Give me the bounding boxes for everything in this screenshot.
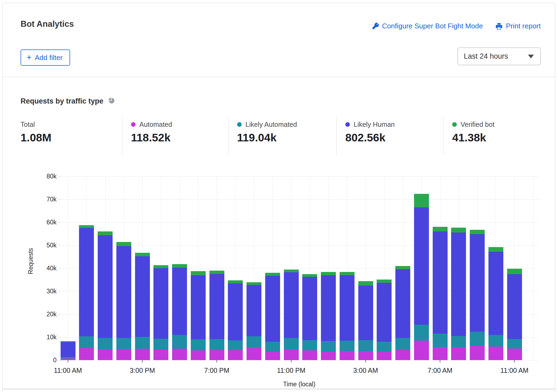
bar-segment-verified-bot xyxy=(247,282,261,285)
stacked-bar[interactable] xyxy=(340,272,355,360)
stacked-bar[interactable] xyxy=(135,253,150,360)
bar-segment-automated xyxy=(377,352,392,360)
stacked-bar[interactable] xyxy=(395,266,410,360)
stacked-bar[interactable] xyxy=(265,273,280,360)
stacked-bar[interactable] xyxy=(247,282,261,360)
legend-dot-icon xyxy=(237,122,242,127)
y-tick-label: 20k xyxy=(2,310,57,318)
bar-segment-likely-human xyxy=(488,252,503,335)
x-tick-label: 11:00 PM xyxy=(267,366,316,375)
configure-super-bot-fight-mode-link[interactable]: Configure Super Bot Fight Mode xyxy=(372,22,483,30)
y-tick-mark xyxy=(58,199,60,200)
bar-segment-likely-human xyxy=(433,231,448,334)
x-gridline xyxy=(533,176,533,360)
section-heading: Requests by traffic type xyxy=(21,97,115,105)
x-tick-mark xyxy=(514,360,515,363)
bot-analytics-card: Bot Analytics Configure Super Bot Fight … xyxy=(2,3,555,392)
stat-value: 119.04k xyxy=(237,131,336,144)
bar-segment-likely-human xyxy=(358,285,373,340)
stacked-bar[interactable] xyxy=(153,265,168,360)
bar-segment-automated xyxy=(153,350,168,360)
stat-value: 802.56k xyxy=(345,131,443,144)
stacked-bar[interactable] xyxy=(358,281,373,360)
add-filter-button[interactable]: + Add filter xyxy=(21,49,70,66)
y-tick-label: 70k xyxy=(2,195,57,203)
stacked-bar[interactable] xyxy=(470,230,485,360)
y-tick-label: 80k xyxy=(2,172,57,180)
section-title: Requests by traffic type xyxy=(21,97,103,105)
bar-segment-likely-human xyxy=(507,274,522,339)
bar-segment-likely-human xyxy=(247,285,261,336)
stat-verified-bot: Verified bot41.38k xyxy=(443,117,544,155)
bar-segment-likely-automated xyxy=(228,340,243,350)
stacked-bar[interactable] xyxy=(377,280,392,360)
stacked-bar[interactable] xyxy=(321,272,336,360)
bar-segment-verified-bot xyxy=(191,271,206,275)
stat-total: Total1.08M xyxy=(21,117,122,155)
stacked-bar[interactable] xyxy=(488,247,503,360)
bar-segment-likely-human xyxy=(153,268,168,339)
y-gridline xyxy=(60,245,538,245)
y-gridline xyxy=(60,199,538,200)
bar-segment-verified-bot xyxy=(228,280,243,283)
bar-segment-automated xyxy=(507,348,522,360)
bar-segment-likely-automated xyxy=(247,336,261,348)
bar-segment-automated xyxy=(451,347,466,360)
bar-segment-likely-human xyxy=(284,272,299,338)
bar-segment-likely-human xyxy=(321,275,336,341)
x-tick-label: 11:00 AM xyxy=(44,366,92,375)
time-range-select[interactable]: Last 24 hours xyxy=(458,48,541,65)
bar-segment-likely-automated xyxy=(98,338,113,349)
y-tick-label: 40k xyxy=(2,264,57,272)
bar-segment-likely-human xyxy=(61,342,76,357)
stacked-bar[interactable] xyxy=(433,227,448,360)
stacked-bar[interactable] xyxy=(98,231,113,360)
stacked-bar[interactable] xyxy=(302,274,317,360)
bar-segment-likely-automated xyxy=(209,339,224,350)
y-tick-mark xyxy=(58,222,60,222)
bar-segment-verified-bot xyxy=(265,273,280,276)
stacked-bar[interactable] xyxy=(507,269,522,360)
stacked-bar[interactable] xyxy=(228,280,243,360)
stacked-bar[interactable] xyxy=(172,264,187,360)
stacked-bar[interactable] xyxy=(414,194,429,360)
legend-dot-icon xyxy=(345,122,350,127)
bar-segment-verified-bot xyxy=(209,271,224,274)
legend-dot-icon xyxy=(131,122,136,127)
stat-label: Likely Automated xyxy=(245,120,297,128)
y-tick-mark xyxy=(58,245,60,245)
stacked-bar[interactable] xyxy=(209,271,224,360)
bar-segment-verified-bot xyxy=(284,270,299,272)
printer-icon xyxy=(495,22,503,30)
bar-segment-automated xyxy=(302,350,317,360)
bottom-divider xyxy=(2,389,555,389)
stacked-bar[interactable] xyxy=(116,242,131,360)
stacked-bar[interactable] xyxy=(451,228,466,360)
bar-segment-likely-automated xyxy=(470,332,485,345)
stacked-bar[interactable] xyxy=(61,341,76,360)
stacked-bar[interactable] xyxy=(284,270,299,360)
stat-value: 1.08M xyxy=(21,131,122,144)
print-report-link[interactable]: Print report xyxy=(495,22,541,30)
bar-segment-likely-human xyxy=(395,269,410,338)
x-tick-label: 3:00 AM xyxy=(341,366,390,375)
stacked-bar[interactable] xyxy=(79,225,94,360)
chevron-down-icon xyxy=(528,55,534,58)
bar-segment-verified-bot xyxy=(321,272,336,275)
bar-segment-verified-bot xyxy=(79,225,94,228)
y-tick-mark xyxy=(58,360,60,360)
bar-segment-likely-automated xyxy=(377,342,392,352)
bar-segment-likely-human xyxy=(302,277,317,340)
wrench-icon xyxy=(372,22,379,30)
bar-segment-verified-bot xyxy=(153,265,168,268)
bar-segment-verified-bot xyxy=(135,253,150,256)
bar-segment-verified-bot xyxy=(340,272,355,275)
y-gridline xyxy=(60,314,538,314)
bar-segment-automated xyxy=(191,350,206,360)
x-gridline xyxy=(68,176,68,360)
stacked-bar[interactable] xyxy=(191,271,206,360)
bar-segment-verified-bot xyxy=(358,281,373,285)
bar-segment-verified-bot xyxy=(451,228,466,232)
bar-segment-verified-bot xyxy=(172,264,187,268)
bar-segment-verified-bot xyxy=(395,266,410,269)
